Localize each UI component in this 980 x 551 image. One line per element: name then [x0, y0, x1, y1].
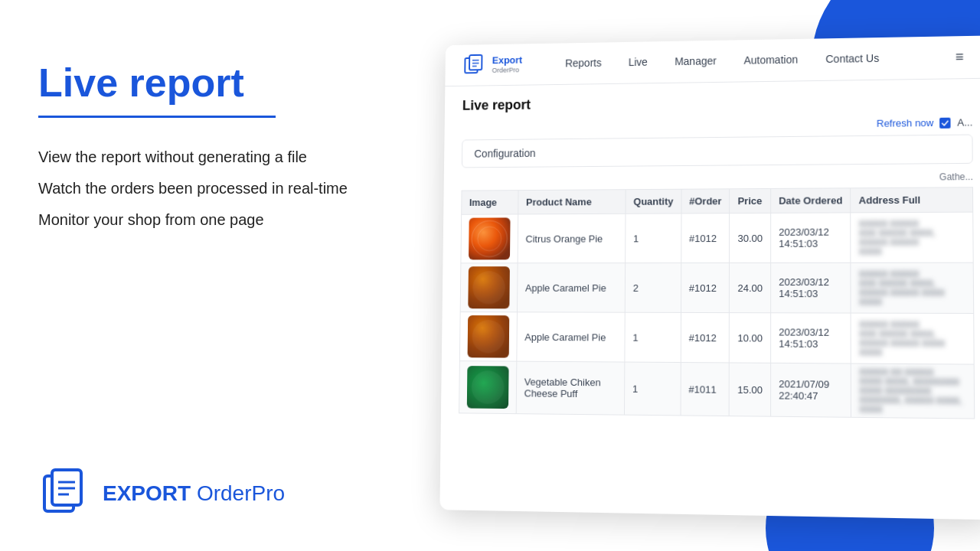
feature-item-1: View the report without generating a fil…	[38, 148, 406, 166]
cell-price: 15.00	[730, 363, 771, 416]
feature-item-2: Watch the orders been processed in real-…	[38, 180, 406, 197]
cell-image	[460, 263, 518, 312]
app-logo: Export OrderPro	[462, 53, 522, 77]
auto-label: A...	[957, 116, 972, 128]
col-quantity: Quantity	[626, 189, 681, 214]
nav-links: Reports Live Manager Automation Contact …	[551, 36, 947, 85]
app-navbar: Export OrderPro Reports Live Manager Aut…	[445, 35, 980, 86]
cell-quantity: 1	[625, 362, 681, 416]
config-label: Configuration	[474, 147, 535, 159]
cell-image	[461, 214, 518, 263]
cell-image	[459, 361, 517, 414]
nav-reports[interactable]: Reports	[551, 42, 615, 85]
nav-automation[interactable]: Automation	[730, 38, 812, 82]
cell-product-name: Apple Caramel Pie	[517, 312, 625, 362]
svg-point-11	[478, 227, 501, 250]
svg-point-10	[472, 220, 508, 256]
cell-product-name: Vegetable Chiken Cheese Puff	[516, 361, 625, 415]
app-window: Export OrderPro Reports Live Manager Aut…	[439, 35, 980, 520]
top-actions: Refresh now A...	[462, 116, 972, 133]
right-panel: Export OrderPro Reports Live Manager Aut…	[436, 38, 980, 513]
auto-checkbox[interactable]	[940, 117, 951, 128]
data-table: Image Product Name Quantity #Order Price…	[459, 187, 975, 419]
col-address: Address Full	[851, 187, 973, 213]
cell-address: XXXXX XXXXX XXX XXXXX XXXX, XXXXX XXXXX …	[851, 262, 973, 313]
cell-address: XXXXX XX XXXXX XXXX XXXX, XXXXXXXX XXXX …	[851, 364, 975, 419]
logo-export: EXPORT	[103, 481, 191, 505]
svg-point-13	[472, 320, 505, 354]
cell-date: 2021/07/09 22:40:47	[771, 363, 851, 417]
feature-item-3: Monitor your shop from one page	[38, 211, 406, 229]
cell-date: 2023/03/12 14:51:03	[771, 213, 851, 263]
logo-orderpro: OrderPro	[191, 481, 285, 505]
cell-image	[459, 312, 517, 362]
cell-price: 24.00	[730, 262, 771, 312]
col-price: Price	[730, 188, 771, 213]
cell-quantity: 2	[625, 263, 681, 313]
cell-address: XXXXX XXXXX XXX XXXXX XXXX, XXXXX XXXXX …	[851, 212, 973, 262]
cell-date: 2023/03/12 14:51:03	[771, 262, 851, 313]
col-image: Image	[462, 191, 518, 215]
nav-manager[interactable]: Manager	[661, 40, 730, 83]
app-logo-text: Export	[492, 55, 523, 66]
main-title: Live report	[38, 61, 406, 105]
app-logo-sub: OrderPro	[492, 66, 523, 73]
cell-address: XXXXX XXXXX XXX XXXXX XXXX, XXXXX XXXXX …	[851, 313, 974, 364]
logo-icon-large	[38, 467, 92, 520]
gather-badge: Gathe...	[462, 171, 973, 186]
cell-order: #1012	[681, 312, 730, 363]
cell-price: 30.00	[730, 213, 771, 262]
table-row: Vegetable Chiken Cheese Puff1#101115.002…	[459, 361, 975, 419]
gather-text: Gathe...	[939, 171, 973, 182]
page-title: Live report	[462, 91, 972, 113]
table-row: Citrus Orange Pie1#101230.002023/03/12 1…	[461, 212, 973, 263]
nav-live[interactable]: Live	[615, 41, 662, 84]
col-product-name: Product Name	[518, 190, 626, 214]
cell-order: #1011	[681, 363, 730, 416]
nav-contact[interactable]: Contact Us	[812, 37, 893, 80]
svg-rect-6	[469, 54, 482, 70]
cell-quantity: 1	[626, 214, 681, 263]
config-section: Configuration	[462, 134, 973, 168]
cell-order: #1012	[681, 262, 730, 312]
hamburger-icon: ≡	[956, 49, 964, 65]
table-row: Apple Caramel Pie2#101224.002023/03/12 1…	[460, 262, 974, 313]
cell-product-name: Apple Caramel Pie	[517, 263, 625, 313]
title-underline	[38, 116, 276, 118]
col-order: #Order	[681, 189, 730, 214]
svg-point-12	[472, 271, 505, 304]
menu-icon-btn[interactable]: ≡	[947, 44, 972, 70]
feature-list: View the report without generating a fil…	[38, 148, 406, 229]
cell-product-name: Citrus Orange Pie	[518, 214, 626, 262]
refresh-now-link[interactable]: Refresh now	[877, 117, 934, 129]
col-date: Date Ordered	[771, 188, 851, 214]
logo-text-large: EXPORT OrderPro	[103, 481, 285, 506]
cell-price: 10.00	[730, 313, 771, 364]
cell-date: 2023/03/12 14:51:03	[771, 313, 851, 364]
table-row: Apple Caramel Pie1#101210.002023/03/12 1…	[459, 312, 974, 364]
svg-point-14	[472, 370, 505, 404]
cell-quantity: 1	[625, 312, 681, 362]
cell-order: #1012	[681, 214, 730, 263]
left-panel: Live report View the report without gene…	[0, 0, 429, 551]
bottom-logo: EXPORT OrderPro	[38, 467, 406, 520]
app-content: Live report Refresh now A... Configurati…	[441, 79, 980, 432]
